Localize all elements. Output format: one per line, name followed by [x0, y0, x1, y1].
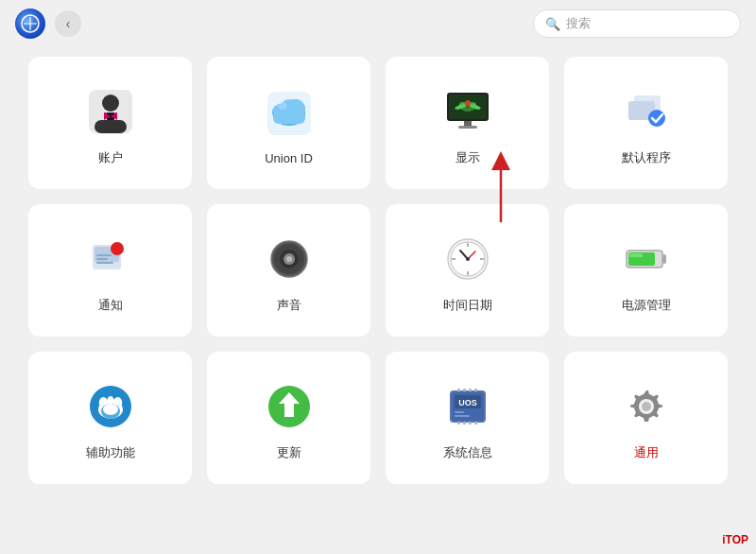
- back-button[interactable]: ‹: [55, 10, 81, 37]
- unionid-icon: [261, 85, 318, 142]
- notify-icon: [82, 231, 139, 287]
- datetime-label: 时间日期: [443, 297, 492, 314]
- svg-rect-36: [96, 258, 108, 260]
- grid-item-datetime[interactable]: 时间日期: [386, 204, 549, 337]
- svg-rect-79: [474, 422, 477, 424]
- datetime-icon: [439, 231, 496, 287]
- svg-rect-78: [469, 422, 472, 424]
- svg-point-27: [466, 105, 470, 109]
- svg-rect-26: [458, 126, 477, 129]
- power-label: 电源管理: [622, 297, 671, 314]
- svg-rect-73: [463, 389, 466, 391]
- grid-item-unionid[interactable]: Union ID: [207, 57, 370, 189]
- svg-rect-15: [273, 113, 305, 124]
- svg-rect-3: [94, 120, 127, 133]
- sound-label: 声音: [277, 297, 301, 314]
- grid-item-general[interactable]: 通用: [564, 352, 728, 484]
- svg-point-34: [111, 242, 124, 255]
- chevron-left-icon: ‹: [66, 16, 71, 31]
- grid-item-display[interactable]: 显示: [386, 57, 549, 189]
- account-icon: [82, 83, 139, 140]
- grid-item-sound[interactable]: 声音: [207, 204, 370, 337]
- svg-rect-76: [457, 422, 460, 424]
- grid-item-update[interactable]: 更新: [207, 352, 370, 484]
- search-placeholder: 搜索: [566, 15, 591, 32]
- svg-point-52: [466, 257, 470, 261]
- grid-item-notify[interactable]: 通知: [28, 204, 192, 337]
- svg-rect-56: [629, 253, 643, 257]
- display-icon: [439, 83, 496, 140]
- general-label: 通用: [634, 444, 659, 461]
- grid-item-power[interactable]: 电源管理: [564, 204, 728, 337]
- sysinfo-label: 系统信息: [443, 444, 492, 461]
- svg-point-42: [286, 256, 292, 262]
- svg-rect-77: [463, 422, 466, 424]
- app-logo: [15, 9, 45, 39]
- sound-icon: [261, 231, 318, 287]
- svg-rect-72: [457, 389, 460, 391]
- sysinfo-icon: UOS: [439, 378, 496, 435]
- svg-point-2: [102, 95, 119, 112]
- update-icon: [261, 378, 318, 435]
- grid-item-assist[interactable]: 辅助功能: [28, 352, 192, 484]
- power-icon: [618, 231, 675, 287]
- default-apps-label: 默认程序: [622, 149, 671, 166]
- grid-item-sysinfo[interactable]: UOS 系统信息: [386, 352, 549, 484]
- topbar: ‹ 🔍 搜索: [0, 0, 756, 47]
- svg-point-63: [103, 404, 118, 415]
- general-icon: [618, 378, 675, 435]
- update-label: 更新: [277, 444, 301, 461]
- assist-label: 辅助功能: [86, 444, 135, 461]
- svg-rect-35: [96, 254, 112, 256]
- account-label: 账户: [98, 149, 123, 166]
- svg-point-16: [278, 102, 287, 110]
- svg-point-81: [642, 402, 651, 411]
- watermark: iTOP: [722, 533, 748, 546]
- assist-icon: [82, 378, 139, 435]
- grid-item-default[interactable]: 默认程序: [564, 57, 728, 189]
- svg-rect-71: [455, 415, 470, 417]
- svg-rect-54: [662, 254, 666, 264]
- notify-label: 通知: [98, 297, 123, 314]
- display-label: 显示: [455, 149, 480, 166]
- svg-point-31: [648, 110, 665, 127]
- svg-rect-75: [474, 389, 477, 391]
- search-bar[interactable]: 🔍 搜索: [533, 9, 741, 38]
- settings-grid: 账户 Union ID: [0, 47, 756, 503]
- grid-item-account[interactable]: 账户: [28, 57, 192, 189]
- svg-rect-37: [96, 262, 113, 264]
- unionid-label: Union ID: [265, 151, 313, 165]
- svg-text:UOS: UOS: [458, 398, 477, 407]
- default-apps-icon: [618, 83, 675, 140]
- svg-rect-70: [455, 411, 464, 413]
- search-icon: 🔍: [545, 17, 560, 31]
- svg-rect-74: [469, 389, 472, 391]
